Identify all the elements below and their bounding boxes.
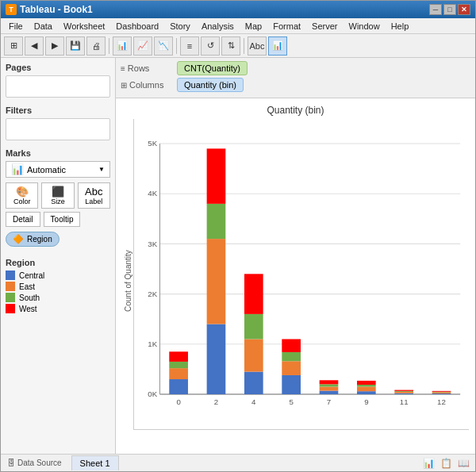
toolbar-save-button[interactable]: 💾 [66,36,85,56]
menu-item-server[interactable]: Server [307,20,342,33]
columns-pill[interactable]: Quantity (bin) [177,78,244,92]
svg-rect-38 [357,391,376,394]
svg-rect-21 [207,148,226,204]
svg-rect-13 [169,379,188,394]
add-worksheet-icon[interactable]: 📊 [421,456,436,470]
marks-label: Marks [6,148,110,158]
title-bar-buttons: ─ □ ✕ [429,4,470,15]
rows-pill[interactable]: CNT(Quantity) [177,61,248,75]
size-button[interactable]: ⬛ Size [41,182,74,209]
region-label: Region [27,235,52,244]
svg-rect-31 [282,339,301,351]
title-bar: T Tableau - Book1 ─ □ ✕ [1,1,475,18]
add-story-icon[interactable]: 📖 [456,456,470,470]
detail-button[interactable]: Detail [6,212,40,227]
menu-item-story[interactable]: Story [165,20,195,33]
maximize-button[interactable]: □ [443,4,456,15]
toolbar-sort-button[interactable]: ⇅ [221,36,240,56]
svg-rect-40 [357,385,376,387]
region-pill[interactable]: 🔶 Region [6,232,60,247]
svg-rect-44 [394,392,413,393]
svg-rect-49 [432,392,451,393]
columns-shelf: ⊞ Columns Quantity (bin) [121,78,470,92]
close-button[interactable]: ✕ [458,4,470,15]
add-dashboard-icon[interactable]: 📋 [439,456,453,470]
toolbar-back-button[interactable]: ◀ [25,36,44,56]
cylinder-icon: 🗄 [7,459,15,467]
menu-item-data[interactable]: Data [29,20,57,33]
svg-rect-24 [244,339,263,371]
svg-rect-50 [432,392,451,393]
marks-row2: Detail Tooltip [6,212,110,227]
legend-color-central [6,271,15,280]
legend-title: Region [6,258,110,267]
main-content: Pages Filters Marks 📊 Automatic ▼ 🎨 Colo… [1,58,475,454]
rows-icon: ≡ [121,64,125,73]
marks-type-dropdown[interactable]: 📊 Automatic ▼ [6,161,110,178]
menu-item-window[interactable]: Window [344,20,385,33]
rows-shelf-label: ≡ Rows [121,63,172,73]
sheet1-tab[interactable]: Sheet 1 [71,455,119,470]
marks-bar-icon: 📊 [11,163,24,175]
svg-rect-48 [432,393,451,394]
legend-item-west: West [6,304,110,313]
color-icon: 🎨 [10,186,34,198]
label-button[interactable]: Abc Label [78,182,110,209]
menu-item-help[interactable]: Help [386,20,414,33]
svg-text:3K: 3K [148,240,157,248]
menu-item-worksheet[interactable]: Worksheet [59,20,109,33]
menu-item-file[interactable]: File [4,20,28,33]
menu-item-dashboard[interactable]: Dashboard [111,20,163,33]
rows-shelf: ≡ Rows CNT(Quantity) [121,61,470,75]
toolbar-active-button[interactable]: 📊 [268,36,287,56]
svg-rect-51 [432,391,451,392]
svg-rect-25 [244,314,263,340]
toolbar-chart-button[interactable]: 📊 [113,36,132,56]
svg-rect-36 [320,380,339,384]
label-label: Label [82,198,106,205]
tooltip-button[interactable]: Tooltip [44,212,81,227]
toolbar-filter-button[interactable]: ≡ [180,36,199,56]
status-bar: 🗄 Data Source Sheet 1 📊 📋 📖 [1,454,475,471]
svg-text:4K: 4K [148,189,157,198]
size-icon: ⬛ [45,186,70,198]
window-title: Tableau - Book1 [20,4,93,15]
svg-rect-18 [207,324,226,394]
svg-rect-33 [320,391,339,394]
minimize-button[interactable]: ─ [429,4,442,15]
sidebar: Pages Filters Marks 📊 Automatic ▼ 🎨 Colo… [1,58,116,454]
toolbar-chart2-button[interactable]: 📈 [133,36,152,56]
menu-item-analysis[interactable]: Analysis [197,20,239,33]
filters-label: Filters [6,106,110,115]
menu-bar: FileDataWorksheetDashboardStoryAnalysisM… [1,18,475,34]
toolbar-separator-1 [109,38,109,54]
toolbar-chart3-button[interactable]: 📉 [154,36,173,56]
toolbar-forward-button[interactable]: ▶ [45,36,64,56]
toolbar-print-button[interactable]: 🖨 [86,36,106,56]
svg-text:2: 2 [214,397,218,406]
legend-label-west: West [19,305,37,313]
menu-item-map[interactable]: Map [240,20,267,33]
marks-property-buttons: 🎨 Color ⬛ Size Abc Label [6,182,110,209]
toolbar-text-button[interactable]: Abc [248,36,267,56]
svg-rect-20 [207,204,226,239]
legend-color-south [6,293,15,302]
toolbar-refresh-button[interactable]: ↺ [201,36,220,56]
svg-rect-14 [169,368,188,379]
main-window: T Tableau - Book1 ─ □ ✕ FileDataWorkshee… [0,0,476,472]
legend-section: Region Central East South West [6,258,110,315]
svg-rect-45 [394,391,413,392]
svg-rect-23 [244,372,263,394]
filters-section: Filters [6,106,110,140]
legend-item-east: East [6,282,110,291]
svg-rect-39 [357,387,376,392]
right-panel: ≡ Rows CNT(Quantity) ⊞ Columns Quantity … [116,58,475,454]
color-button[interactable]: 🎨 Color [6,182,38,209]
svg-rect-35 [320,384,339,386]
svg-text:11: 11 [400,397,409,406]
svg-rect-46 [394,390,413,391]
toolbar-new-button[interactable]: ⊞ [4,36,23,56]
data-source-tab[interactable]: 🗄 Data Source [1,459,68,467]
menu-item-format[interactable]: Format [268,20,305,33]
svg-rect-41 [357,381,376,385]
